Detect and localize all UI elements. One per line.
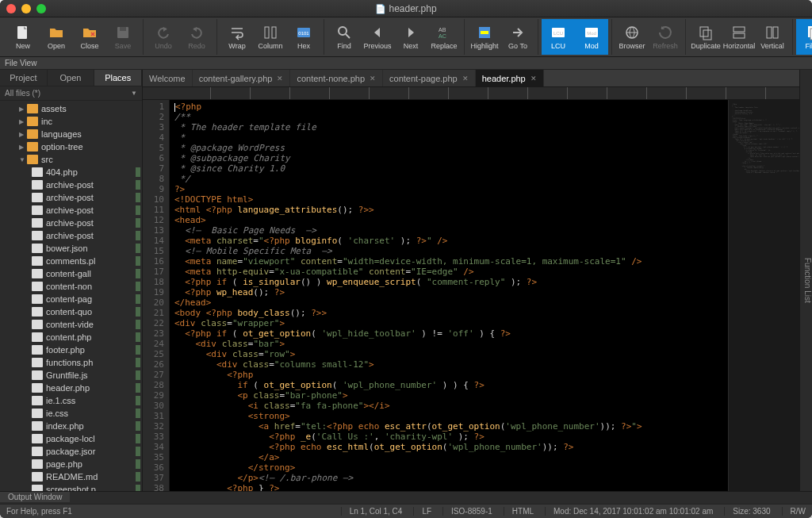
toolbar-mod-button[interactable]: ModMod — [575, 19, 608, 55]
vcs-mark-icon — [136, 421, 140, 431]
toolbar-new-button[interactable]: New — [6, 19, 40, 55]
close-window-icon[interactable] — [6, 4, 16, 13]
toolbar-horizontal-button[interactable]: Horizontal — [722, 19, 756, 55]
sidebar-tab-project[interactable]: Project — [0, 70, 48, 86]
redo-icon — [189, 25, 205, 40]
folder-x-icon — [82, 25, 98, 40]
file-item[interactable]: functions.ph — [0, 356, 142, 369]
close-tab-icon[interactable]: ✕ — [370, 75, 376, 82]
file-item[interactable]: footer.php — [0, 343, 142, 356]
toolbar-duplicate-button[interactable]: Duplicate — [689, 19, 722, 55]
file-item[interactable]: archive-post — [0, 204, 142, 217]
file-filter[interactable]: All files (*) ▼ — [0, 86, 142, 101]
doctab-content-none-php[interactable]: content-none.php✕ — [290, 70, 383, 86]
file-item[interactable]: ie.1.css — [0, 394, 142, 407]
dup-icon — [698, 25, 714, 40]
status-line-ending[interactable]: LF — [413, 507, 431, 516]
close-tab-icon[interactable]: ✕ — [462, 75, 469, 82]
file-item[interactable]: content-non — [0, 280, 142, 293]
file-item[interactable]: content-quo — [0, 305, 142, 318]
folder-item[interactable]: ▼src — [0, 153, 142, 166]
file-item[interactable]: ie.css — [0, 407, 142, 420]
file-item[interactable]: archive-post — [0, 217, 142, 229]
toolbar-files-button[interactable]: Files — [796, 19, 812, 55]
doctab-content-gallery-php[interactable]: content-gallery.php✕ — [193, 70, 291, 86]
doctab-header-php[interactable]: header.php✕ — [476, 70, 544, 86]
file-item[interactable]: bower.json — [0, 242, 142, 255]
zoom-window-icon[interactable] — [36, 4, 46, 13]
file-item[interactable]: content.php — [0, 331, 142, 343]
file-icon — [32, 269, 43, 278]
file-item[interactable]: Gruntfile.js — [0, 369, 142, 382]
file-icon — [32, 409, 43, 418]
vcs-mark-icon — [136, 307, 140, 317]
doctab-welcome[interactable]: Welcome — [143, 70, 193, 86]
file-icon — [32, 434, 43, 443]
toolbar-vertical-button[interactable]: Vertical — [756, 19, 789, 55]
folder-item[interactable]: ▶languages — [0, 128, 142, 140]
toolbar-refresh-button[interactable]: Refresh — [649, 19, 682, 55]
file-item[interactable]: page.php — [0, 458, 142, 470]
toolbar: NewOpenCloseSaveUndoRedoWrapColumn0101He… — [0, 17, 812, 57]
doctab-content-page-php[interactable]: content-page.php✕ — [383, 70, 476, 86]
folder-item[interactable]: ▶option-tree — [0, 140, 142, 153]
status-encoding[interactable]: ISO-8859-1 — [442, 507, 492, 516]
toolbar-replace-button[interactable]: ABACReplace — [427, 19, 461, 55]
toolbar-wrap-button[interactable]: Wrap — [220, 19, 254, 55]
code-editor[interactable]: <?php/** * The header template file * * … — [170, 100, 728, 491]
file-item[interactable]: archive-post — [0, 229, 142, 242]
chevron-down-icon: ▼ — [131, 90, 137, 97]
file-item[interactable]: index.php — [0, 420, 142, 432]
toolbar-redo-button[interactable]: Redo — [180, 19, 213, 55]
folder-item[interactable]: ▶assets — [0, 102, 142, 115]
toolbar-highlight-button[interactable]: Highlight — [468, 19, 501, 55]
toolbar-browser-button[interactable]: Browser — [615, 19, 649, 55]
toolbar-save-button[interactable]: Save — [106, 19, 140, 55]
output-window-tab[interactable]: Output Window — [0, 491, 812, 504]
file-icon — [32, 282, 43, 291]
file-item[interactable]: screenshot.p — [0, 483, 142, 491]
file-item[interactable]: 404.php — [0, 166, 142, 178]
file-item[interactable]: archive-post — [0, 178, 142, 191]
minimize-window-icon[interactable] — [21, 4, 31, 13]
file-item[interactable]: content-pag — [0, 293, 142, 305]
file-icon — [32, 345, 43, 355]
file-item[interactable]: content-vide — [0, 318, 142, 331]
minimap[interactable]: .?php /** * The header template file * *… — [728, 100, 799, 491]
vcs-mark-icon — [136, 383, 140, 393]
toolbar-column-button[interactable]: Column — [254, 19, 287, 55]
function-list-tab[interactable]: Function List — [799, 70, 812, 491]
file-item[interactable]: content-gall — [0, 267, 142, 280]
find-icon — [336, 25, 352, 40]
file-item[interactable]: header.php — [0, 382, 142, 394]
file-tree[interactable]: ▶assets▶inc▶languages▶option-tree▼src404… — [0, 101, 142, 491]
toolbar-next-button[interactable]: Next — [394, 19, 427, 55]
file-item[interactable]: package.jsor — [0, 445, 142, 458]
file-item[interactable]: README.md — [0, 470, 142, 483]
toolbar-find-button[interactable]: Find — [327, 19, 361, 55]
file-item[interactable]: package-locl — [0, 432, 142, 445]
vcs-mark-icon — [136, 485, 140, 491]
sidebar-tab-places[interactable]: Places — [94, 70, 142, 86]
sidebar-tab-open[interactable]: Open — [48, 70, 95, 86]
close-tab-icon[interactable]: ✕ — [277, 75, 283, 82]
vcs-mark-icon — [136, 294, 140, 304]
toolbar-close-button[interactable]: Close — [73, 19, 106, 55]
close-tab-icon[interactable]: ✕ — [530, 75, 537, 82]
status-language[interactable]: HTML — [504, 507, 534, 516]
vcs-mark-icon — [136, 269, 140, 278]
toolbar-go to-button[interactable]: Go To — [501, 19, 534, 55]
file-item[interactable]: comments.pl — [0, 255, 142, 267]
toolbar-open-button[interactable]: Open — [40, 19, 73, 55]
toolbar-lcu-button[interactable]: LCULCU — [542, 19, 575, 55]
column-icon — [262, 25, 278, 40]
toolbar-undo-button[interactable]: Undo — [147, 19, 180, 55]
folder-icon — [27, 155, 38, 164]
vcs-mark-icon — [136, 434, 140, 443]
vcs-mark-icon — [136, 358, 140, 367]
folder-item[interactable]: ▶inc — [0, 115, 142, 128]
file-item[interactable]: archive-post — [0, 191, 142, 204]
toolbar-previous-button[interactable]: Previous — [361, 19, 394, 55]
toolbar-hex-button[interactable]: 0101Hex — [287, 19, 320, 55]
svg-rect-2 — [120, 27, 126, 31]
